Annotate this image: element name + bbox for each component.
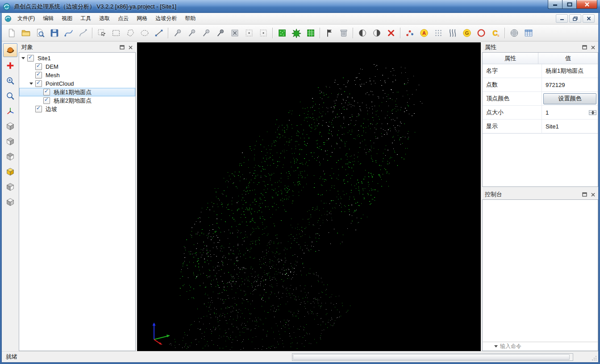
console-close-icon[interactable] [590,191,596,198]
delete-x-icon[interactable] [384,26,398,40]
zoom-window-icon[interactable] [3,89,17,103]
menu-item-4[interactable]: 选取 [95,13,114,24]
ellipse-select-icon[interactable] [138,26,152,40]
point-size-field[interactable]: 1 [543,109,597,116]
boundary-box-1-icon[interactable] [242,26,256,40]
noise-points-icon[interactable] [275,26,289,40]
close-button[interactable] [576,0,597,9]
flag-icon[interactable] [322,26,337,40]
rectangle-select-icon[interactable] [109,26,123,40]
pick-select-icon[interactable] [95,26,109,40]
toolbar-separator [320,28,321,38]
console-float-icon[interactable] [581,191,588,198]
menu-item-0[interactable]: 文件(F) [13,13,39,24]
tree-item-yangya1[interactable]: 杨崖1期地面点 [19,88,135,96]
pin-sample-3-icon[interactable] [199,26,213,40]
svg-text:c: c [497,33,499,37]
scrollbar-thumb[interactable] [293,354,570,360]
trash-icon[interactable] [337,26,351,40]
command-input-row[interactable]: 输入命令 [482,342,598,351]
boundary-box-2-icon[interactable] [256,26,271,40]
circle-fit-icon[interactable] [474,26,488,40]
objects-close-icon[interactable] [127,44,133,50]
new-document-icon[interactable] [4,26,19,40]
file-search-icon[interactable] [33,26,47,40]
expander-icon[interactable] [21,56,26,61]
property-value: 设置颜色 [542,92,598,105]
checkbox-mesh[interactable] [35,72,42,79]
tree-item-bianpo[interactable]: 边坡 [19,105,135,113]
tree-item-pointcloud[interactable]: PointCloud [19,79,135,88]
menu-item-3[interactable]: 工具 [76,13,95,24]
menu-item-7[interactable]: 边坡分析 [151,13,181,24]
mdi-restore-button[interactable] [569,14,581,23]
view-cube-bottom-icon[interactable] [3,134,17,148]
pin-sample-2-icon[interactable] [185,26,199,40]
polygon-select-icon[interactable] [123,26,138,40]
tree-item-yangya2[interactable]: 杨崖2期地面点 [19,96,135,105]
checkbox-dem[interactable] [35,63,42,70]
dot-matrix-icon[interactable] [431,26,446,40]
minimize-button[interactable] [548,0,562,9]
view-cube-front-icon[interactable] [3,165,17,178]
contour-lines-icon[interactable] [446,26,460,40]
view-cube-back-icon[interactable] [3,195,17,209]
checkbox-bianpo[interactable] [35,106,42,112]
console-output[interactable] [482,199,598,342]
menu-item-8[interactable]: 帮助 [181,13,200,24]
zoom-in-icon[interactable] [3,74,17,87]
tree-label-pointcloud: PointCloud [44,80,76,87]
grid-fill-icon[interactable] [304,26,318,40]
pin-sample-1-icon[interactable] [171,26,185,40]
line-select-icon[interactable] [152,26,166,40]
menu-item-5[interactable]: 点云 [114,13,133,24]
view-cube-right-icon[interactable] [3,180,17,194]
spin-down-icon[interactable] [589,112,596,115]
checkbox-site1[interactable] [27,55,34,62]
clear-selection-icon[interactable] [228,26,242,40]
annotation-a-icon[interactable]: A [417,26,431,40]
view-cube-top-icon[interactable] [3,119,17,133]
set-color-button[interactable]: 设置颜色 [543,93,596,104]
table-grid-icon[interactable] [521,26,536,40]
smooth-curve-icon[interactable] [76,26,90,40]
tree-item-mesh[interactable]: Mesh [19,71,135,79]
mesh-sphere-icon[interactable] [507,26,521,40]
command-input-label: 输入命令 [500,343,521,350]
checkbox-yangya1[interactable] [43,89,50,95]
properties-close-icon[interactable] [590,44,596,50]
normal-sphere-light-icon[interactable] [355,26,370,40]
add-cross-icon[interactable] [3,58,17,72]
orbit-rotate-icon[interactable] [3,43,17,57]
star-burst-icon[interactable] [289,26,304,40]
registration-points-icon[interactable] [403,26,417,40]
mdi-close-button[interactable] [583,14,595,23]
expander-icon[interactable] [29,81,34,86]
curvature-c-icon[interactable]: Cc [488,26,503,40]
mdi-minimize-button[interactable] [556,14,568,23]
open-folder-icon[interactable] [19,26,33,40]
properties-panel-header: 属性 [482,42,598,52]
pin-dense-icon[interactable] [213,26,228,40]
maximize-button[interactable] [562,0,576,9]
tree-item-dem[interactable]: DEM [19,62,135,71]
point-size-spinner[interactable] [589,110,596,115]
menu-item-2[interactable]: 视图 [58,13,76,24]
tree-item-site1[interactable]: Site1 [19,54,135,62]
viewport-3d[interactable] [137,42,481,351]
menu-item-1[interactable]: 编辑 [39,13,58,24]
normal-sphere-dark-icon[interactable] [370,26,384,40]
checkbox-yangya2[interactable] [43,97,50,104]
sample-curve-icon[interactable] [62,26,76,40]
menu-item-6[interactable]: 网格 [133,13,151,24]
point-size-value[interactable]: 1 [543,109,588,116]
horizontal-scrollbar[interactable] [292,353,573,361]
properties-float-icon[interactable] [581,44,588,50]
axis-view-icon[interactable] [3,104,17,118]
geoid-g-icon[interactable]: G [460,26,474,40]
view-cube-left-icon[interactable] [3,149,17,163]
save-icon[interactable] [47,26,62,40]
resize-grip[interactable] [592,356,597,361]
checkbox-pointcloud[interactable] [35,80,42,87]
objects-float-icon[interactable] [119,44,125,50]
